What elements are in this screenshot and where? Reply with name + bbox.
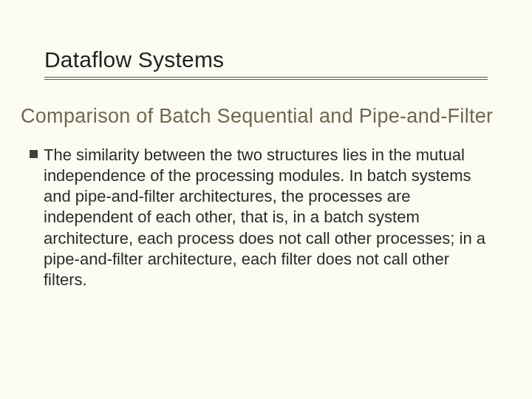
body-block: The similarity between the two structure… bbox=[30, 145, 488, 290]
slide-subheading: Comparison of Batch Sequential and Pipe-… bbox=[21, 105, 511, 128]
slide-heading: Dataflow Systems bbox=[44, 47, 488, 72]
bullet-text: The similarity between the two structure… bbox=[44, 145, 488, 290]
heading-block: Dataflow Systems bbox=[44, 47, 488, 80]
heading-underline bbox=[44, 77, 488, 80]
square-bullet-icon bbox=[30, 150, 38, 158]
subheading-block: Comparison of Batch Sequential and Pipe-… bbox=[21, 105, 511, 128]
slide: Dataflow Systems Comparison of Batch Seq… bbox=[0, 0, 532, 399]
list-item: The similarity between the two structure… bbox=[30, 145, 488, 290]
